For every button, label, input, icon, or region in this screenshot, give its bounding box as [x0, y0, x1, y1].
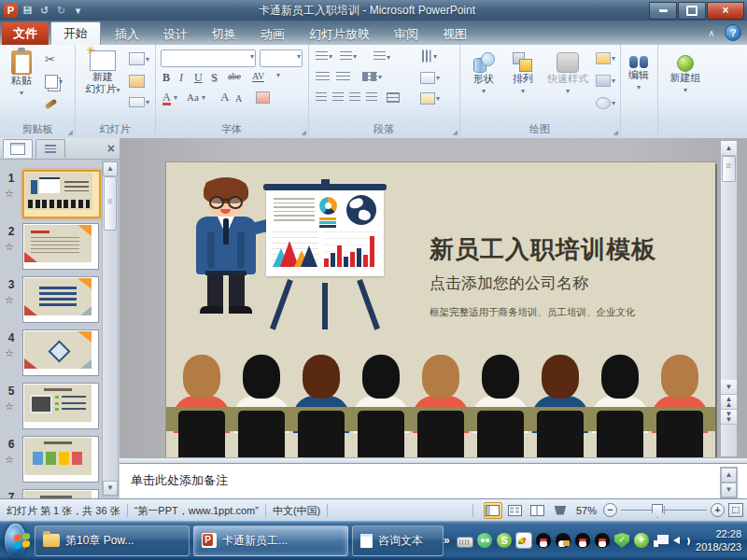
- zoom-level-label[interactable]: 57%: [576, 505, 597, 516]
- notes-scroll-up[interactable]: ▲: [721, 468, 737, 483]
- slide-thumbnail-3[interactable]: 3☆: [2, 276, 99, 325]
- collapse-ribbon-icon[interactable]: ∧: [704, 28, 719, 38]
- slide-title-text[interactable]: 新员工入职培训模板: [430, 233, 710, 266]
- network-icon[interactable]: [654, 533, 669, 548]
- notes-scrollbar[interactable]: ▲ ▼: [720, 467, 738, 498]
- numbering-button[interactable]: ▾: [340, 51, 357, 61]
- slide-number-status[interactable]: 幻灯片 第 1 张，共 36 张: [0, 504, 120, 518]
- slides-tab[interactable]: [3, 139, 33, 158]
- qq-briefcase-icon[interactable]: [556, 533, 571, 548]
- tab-file[interactable]: 文件: [2, 22, 49, 45]
- slide-tagline-text[interactable]: 框架完整适用于商务培训、员工培训、企业文化: [430, 306, 710, 319]
- slide-title-block[interactable]: 新员工入职培训模板 点击添加您的公司名称 框架完整适用于商务培训、员工培训、企业…: [430, 233, 710, 319]
- zoom-slider[interactable]: [621, 503, 707, 517]
- slideshow-view-button[interactable]: [551, 502, 570, 519]
- shape-effects-button[interactable]: ▾: [596, 97, 615, 109]
- tab-2[interactable]: 插入: [103, 23, 151, 45]
- taskbar-button-1[interactable]: 第10章 Pow...: [35, 525, 190, 556]
- thumbnail-frame[interactable]: [22, 276, 99, 323]
- align-text-button[interactable]: ▾: [420, 72, 440, 84]
- strikethrough-button[interactable]: abe: [228, 71, 241, 81]
- shape-fill-button[interactable]: ▾: [596, 52, 615, 64]
- tab-6[interactable]: 幻灯片放映: [297, 23, 382, 45]
- slide-thumbnail-7[interactable]: 7: [2, 489, 99, 498]
- underline-button[interactable]: U: [194, 71, 203, 85]
- grow-font-button[interactable]: A: [220, 90, 229, 105]
- previous-slide-button[interactable]: ▲▲: [721, 395, 737, 410]
- panel-close-icon[interactable]: ×: [107, 142, 115, 155]
- tab-4[interactable]: 切换: [200, 23, 248, 45]
- font-size-combo[interactable]: [260, 49, 303, 67]
- line-spacing-button[interactable]: ▾: [374, 51, 390, 63]
- rainbow-icon[interactable]: [516, 533, 531, 548]
- change-case-dd[interactable]: ▾: [202, 93, 205, 102]
- cut-button[interactable]: ✂: [45, 52, 55, 66]
- animation-star-icon[interactable]: ☆: [5, 454, 14, 466]
- reset-button[interactable]: [129, 75, 145, 88]
- font-dialog-launcher[interactable]: ◢: [302, 129, 306, 135]
- drawing-dialog-launcher[interactable]: ◢: [613, 129, 618, 135]
- tab-7[interactable]: 审阅: [382, 23, 430, 45]
- italic-button[interactable]: I: [179, 71, 183, 85]
- maximize-button[interactable]: [678, 2, 706, 20]
- slide-canvas[interactable]: 新员工入职培训模板 点击添加您的公司名称 框架完整适用于商务培训、员工培训、企业…: [166, 162, 715, 457]
- character-spacing-dd[interactable]: ▾: [276, 71, 280, 79]
- section-button[interactable]: ▾: [129, 97, 149, 107]
- smartart-convert-button[interactable]: ▾: [420, 92, 440, 105]
- animation-star-icon[interactable]: ☆: [5, 294, 14, 306]
- tray-overflow-chevron[interactable]: »: [444, 533, 453, 548]
- slide-thumbnail-4[interactable]: 4☆: [2, 329, 99, 378]
- close-button[interactable]: ×: [707, 2, 744, 20]
- tab-5[interactable]: 动画: [248, 23, 297, 45]
- help-icon[interactable]: ?: [725, 24, 741, 41]
- thumbnail-frame[interactable]: [22, 223, 99, 270]
- undo-icon[interactable]: ↺: [37, 4, 51, 18]
- input-keyboard-icon[interactable]: [458, 538, 472, 547]
- taskbar-clock[interactable]: 22:28 2018/3/23: [692, 527, 747, 553]
- font-name-combo[interactable]: [161, 49, 256, 67]
- copy-button[interactable]: ▾: [45, 75, 63, 89]
- scroll-up-icon[interactable]: ▲: [721, 141, 737, 156]
- tab-1[interactable]: 开始: [50, 21, 101, 45]
- thumbnail-frame[interactable]: [22, 170, 101, 218]
- quick-styles-button[interactable]: 快速样式▾: [543, 52, 592, 97]
- minimize-button[interactable]: [649, 2, 677, 20]
- text-direction-button[interactable]: ▾: [420, 51, 437, 61]
- slide-sorter-view-button[interactable]: [506, 502, 525, 519]
- qq-icon-2[interactable]: [575, 533, 590, 548]
- zoom-slider-thumb[interactable]: [652, 504, 663, 518]
- outline-tab[interactable]: [35, 139, 65, 158]
- next-slide-button[interactable]: ▼▼: [721, 410, 737, 425]
- redo-icon[interactable]: ↻: [54, 4, 68, 18]
- animation-star-icon[interactable]: ☆: [5, 400, 14, 413]
- animation-star-icon[interactable]: ☆: [5, 241, 14, 253]
- paragraph-dialog-launcher[interactable]: ◢: [453, 129, 458, 135]
- justify-button[interactable]: [366, 92, 377, 101]
- columns-button[interactable]: ▾: [362, 72, 382, 81]
- qq-icon-1[interactable]: [536, 533, 551, 548]
- slide-thumbnail-2[interactable]: 2☆: [2, 223, 99, 272]
- thumbnail-frame[interactable]: [22, 436, 99, 483]
- save-icon[interactable]: 💾︎: [21, 4, 35, 18]
- animation-star-icon[interactable]: ☆: [5, 188, 14, 200]
- scroll-thumb[interactable]: [722, 156, 736, 182]
- thumbs-scroll-up[interactable]: ▲: [103, 161, 118, 176]
- increase-indent-button[interactable]: [336, 72, 350, 81]
- powerpoint-app-icon[interactable]: P: [4, 4, 18, 18]
- notes-placeholder[interactable]: 单击此处添加备注: [131, 472, 228, 489]
- sogou-icon[interactable]: [497, 533, 512, 548]
- animation-star-icon[interactable]: ☆: [5, 347, 14, 359]
- thumbs-scroll-thumb[interactable]: [104, 176, 117, 231]
- distribute-button[interactable]: [387, 92, 400, 103]
- thumbs-scroll-down[interactable]: ▼: [103, 481, 118, 496]
- shield-360-icon[interactable]: [614, 533, 629, 548]
- layout-button[interactable]: ▾: [129, 52, 149, 65]
- ball-360-icon[interactable]: [634, 533, 649, 548]
- editor-vertical-scrollbar[interactable]: ▲ ▼ ▲▲ ▼▼: [720, 140, 738, 457]
- bullets-button[interactable]: ▾: [316, 51, 332, 61]
- tab-3[interactable]: 设计: [151, 23, 200, 45]
- slide-thumbnail-6[interactable]: 6☆: [2, 436, 99, 484]
- bold-button[interactable]: B: [162, 71, 170, 85]
- qq-icon-3[interactable]: [595, 533, 610, 548]
- normal-view-button[interactable]: [484, 502, 502, 519]
